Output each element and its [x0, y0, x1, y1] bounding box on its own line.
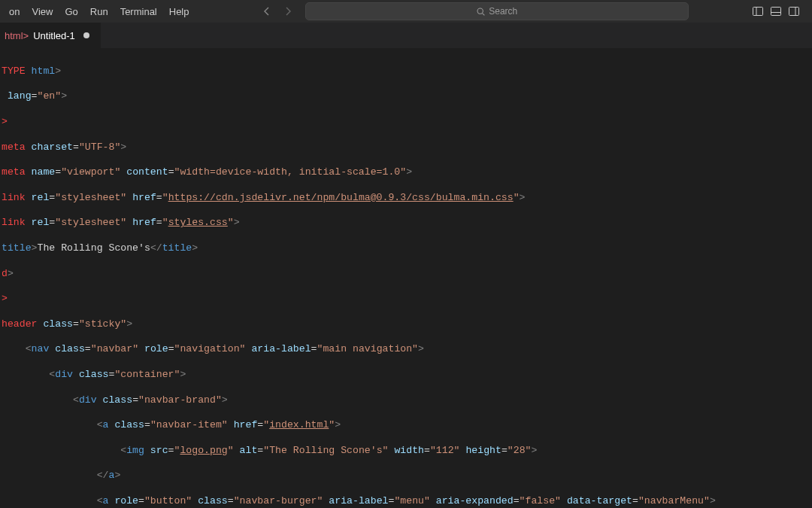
tab-filename: Untitled-1: [33, 30, 75, 41]
search-icon: [476, 7, 486, 17]
code-editor[interactable]: TYPE html> lang="en"> > meta charset="UT…: [0, 48, 812, 508]
code-line: <div class="navbar-brand">: [0, 394, 812, 407]
code-line: d>: [0, 268, 812, 281]
panel-bottom-icon[interactable]: [770, 5, 782, 17]
menu-run[interactable]: Run: [84, 0, 114, 23]
menu-terminal[interactable]: Terminal: [114, 0, 163, 23]
nav-forward-icon[interactable]: [280, 3, 296, 20]
tabbar: html> Untitled-1: [0, 23, 812, 48]
svg-rect-2: [753, 8, 763, 16]
code-line: <a class="navbar-item" href="index.html"…: [0, 419, 812, 432]
code-line: link rel="stylesheet" href="https://cdn.…: [0, 192, 812, 205]
svg-line-1: [483, 13, 485, 15]
menu-view[interactable]: View: [26, 0, 59, 23]
code-line: <nav class="navbar" role="navigation" ar…: [0, 343, 812, 356]
code-line: link rel="stylesheet" href="styles.css">: [0, 217, 812, 230]
menu-go[interactable]: Go: [59, 0, 83, 23]
tab-untitled[interactable]: html> Untitled-1: [0, 23, 101, 48]
svg-rect-4: [771, 8, 781, 16]
search-input[interactable]: Search: [305, 2, 689, 20]
code-line: TYPE html>: [0, 65, 812, 78]
panel-right-icon[interactable]: [788, 5, 800, 17]
code-line: header class="sticky">: [0, 318, 812, 331]
code-line: </a>: [0, 470, 812, 482]
code-line: meta name="viewport" content="width=devi…: [0, 166, 812, 179]
menu-help[interactable]: Help: [163, 0, 195, 23]
svg-rect-6: [789, 8, 799, 16]
code-line: title>The Rolling Scone's</title>: [0, 242, 812, 255]
panel-left-icon[interactable]: [752, 5, 764, 17]
menubar: on View Go Run Terminal Help Search: [0, 0, 812, 23]
code-line: <a role="button" class="navbar-burger" a…: [0, 495, 812, 508]
code-line: <img src="logo.png" alt="The Rolling Sco…: [0, 445, 812, 458]
tab-filetype: html>: [5, 30, 29, 41]
search-placeholder: Search: [489, 6, 517, 17]
svg-point-0: [477, 8, 483, 14]
menu-selection[interactable]: on: [3, 0, 26, 23]
code-line: meta charset="UTF-8">: [0, 141, 812, 154]
code-line: lang="en">: [0, 90, 812, 103]
code-line: >: [0, 116, 812, 129]
dirty-indicator-icon: [83, 32, 89, 38]
code-line: >: [0, 293, 812, 306]
code-line: <div class="container">: [0, 369, 812, 382]
nav-back-icon[interactable]: [259, 3, 275, 20]
